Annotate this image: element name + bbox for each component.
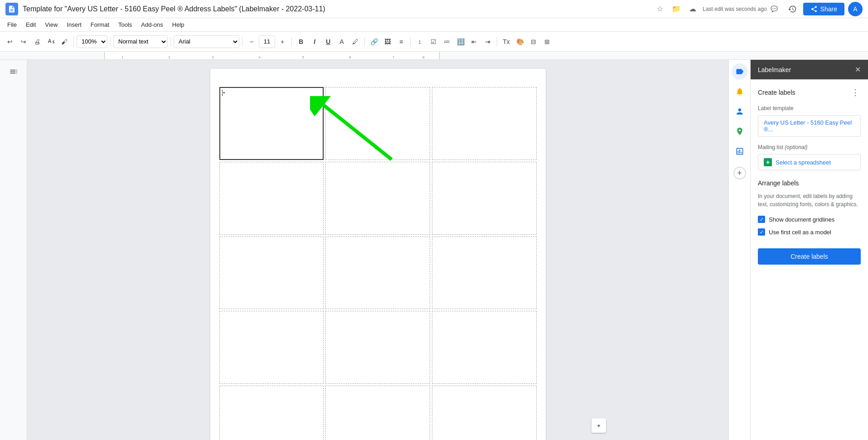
indent-increase-button[interactable]: ⇥: [481, 35, 494, 48]
labelmaker-panel: Labelmaker ✕ Create labels ⋮ Label templ…: [750, 60, 868, 440]
toolbar-separator-5: [291, 37, 292, 46]
checklist-button[interactable]: ☑: [427, 35, 440, 48]
contacts-icon[interactable]: [732, 103, 748, 120]
italic-button[interactable]: I: [308, 35, 321, 48]
increase-font-size-button[interactable]: +: [276, 35, 289, 48]
redo-button[interactable]: ↪: [17, 35, 30, 48]
clear-format-button[interactable]: Tx: [500, 35, 513, 48]
labelmaker-body: Create labels ⋮ Label template Avery US …: [751, 80, 868, 440]
notifications-icon[interactable]: [732, 83, 748, 100]
label-cell-1-3[interactable]: [432, 87, 537, 160]
label-cell-4-1[interactable]: [219, 311, 324, 384]
menu-addons[interactable]: Add-ons: [137, 20, 166, 29]
first-cell-model-checkbox[interactable]: [758, 228, 765, 236]
label-cell-4-3[interactable]: [432, 311, 537, 384]
header-right: 💬 Share A: [767, 2, 863, 16]
undo-button[interactable]: ↩: [4, 35, 16, 48]
background-color-button[interactable]: 🎨: [514, 35, 526, 48]
comment-button[interactable]: 💬: [767, 2, 781, 16]
paint-format-button[interactable]: 🖌: [58, 35, 71, 48]
menu-insert[interactable]: Insert: [63, 20, 85, 29]
create-labels-button[interactable]: Create labels: [758, 248, 861, 265]
highlight-button[interactable]: 🖊: [349, 35, 362, 48]
app-icon[interactable]: [5, 3, 18, 15]
toolbar-separator-4: [242, 37, 242, 46]
numbered-list-button[interactable]: 🔢: [454, 35, 467, 48]
bullet-list-button[interactable]: ≔: [441, 35, 453, 48]
toolbar-separator-2: [110, 37, 111, 46]
label-template-label: Label template: [758, 105, 861, 111]
labelmaker-more-button[interactable]: ⋮: [850, 87, 861, 98]
paragraph-style-selector[interactable]: Normal text Heading 1 Heading 2 Title: [113, 35, 168, 48]
font-size-input[interactable]: [259, 35, 275, 48]
table-button[interactable]: ⊞: [541, 35, 553, 48]
menu-bar: File Edit View Insert Format Tools Add-o…: [0, 18, 868, 32]
right-icons-panel: +: [728, 60, 750, 440]
label-cell-3-3[interactable]: [432, 237, 537, 309]
label-cell-1-2[interactable]: [325, 87, 430, 160]
alignment-button[interactable]: ≡: [395, 35, 407, 48]
label-template-selector[interactable]: Avery US Letter - 5160 Easy Peel ®...: [758, 115, 861, 137]
menu-view[interactable]: View: [41, 20, 61, 29]
menu-tools[interactable]: Tools: [115, 20, 136, 29]
show-gridlines-row: Show document gridlines: [758, 216, 861, 223]
document-outline-button[interactable]: [5, 63, 22, 80]
ruler: 1 2 3 4 5 6 7 8: [0, 52, 868, 60]
maps-icon[interactable]: [732, 123, 748, 140]
menu-file[interactable]: File: [4, 20, 20, 29]
font-selector[interactable]: Arial Times New Roman Verdana: [174, 35, 239, 48]
add-panel-button[interactable]: +: [733, 167, 746, 179]
insert-link-button[interactable]: 🔗: [368, 35, 380, 48]
slides-icon[interactable]: [732, 143, 748, 160]
version-history-button[interactable]: [785, 2, 800, 16]
decrease-font-size-button[interactable]: −: [245, 35, 258, 48]
show-gridlines-checkbox[interactable]: [758, 216, 765, 223]
add-page-button[interactable]: +: [592, 418, 606, 433]
text-cursor: [222, 90, 223, 96]
spellcheck-button[interactable]: [44, 35, 57, 48]
bold-button[interactable]: B: [295, 35, 307, 48]
label-cell-2-2[interactable]: [325, 162, 430, 235]
label-cell-3-2[interactable]: [325, 237, 430, 309]
user-avatar[interactable]: A: [848, 2, 863, 16]
zoom-selector[interactable]: 100% 75% 125% 150%: [77, 35, 107, 48]
borders-button[interactable]: ⊟: [527, 35, 540, 48]
menu-help[interactable]: Help: [169, 20, 188, 29]
cloud-icon[interactable]: ☁: [686, 3, 699, 15]
label-cell-4-2[interactable]: [325, 311, 430, 384]
select-spreadsheet-label: Select a spreadsheet: [776, 159, 831, 166]
toolbar-separator-1: [73, 37, 74, 46]
label-cell-5-2[interactable]: [325, 386, 430, 440]
label-cell-2-1[interactable]: [219, 162, 324, 235]
menu-edit[interactable]: Edit: [22, 20, 39, 29]
document-area[interactable]: ▪: [27, 60, 728, 440]
labelmaker-close-button[interactable]: ✕: [855, 65, 861, 74]
label-cell-3-1[interactable]: [219, 237, 324, 309]
mailing-list-label: Mailing list (optional): [758, 144, 861, 150]
line-spacing-button[interactable]: ↕: [413, 35, 426, 48]
labelmaker-header: Labelmaker ✕: [751, 60, 868, 80]
sheets-icon: [764, 158, 772, 166]
label-cell-5-3[interactable]: [432, 386, 537, 440]
folder-icon[interactable]: 📁: [670, 3, 683, 15]
select-spreadsheet-button[interactable]: Select a spreadsheet: [758, 154, 861, 170]
arrange-labels-description: In your document, edit labels by adding …: [758, 192, 861, 208]
underline-button[interactable]: U: [322, 35, 335, 48]
document-title: Template for "Avery US Letter - 5160 Eas…: [23, 5, 650, 13]
share-button[interactable]: Share: [803, 3, 844, 15]
text-color-button[interactable]: A: [335, 35, 348, 48]
labelmaker-icon[interactable]: [732, 63, 748, 80]
label-cell-2-3[interactable]: [432, 162, 537, 235]
title-actions: ☆ 📁 ☁: [654, 3, 699, 15]
create-labels-title: Create labels: [758, 89, 795, 96]
menu-format[interactable]: Format: [87, 20, 113, 29]
toolbar-separator-3: [170, 37, 171, 46]
insert-image-button[interactable]: 🖼: [381, 35, 394, 48]
indent-decrease-button[interactable]: ⇤: [468, 35, 480, 48]
label-cell-1-1[interactable]: ▪: [219, 87, 324, 160]
print-button[interactable]: 🖨: [31, 35, 44, 48]
star-icon[interactable]: ☆: [654, 3, 666, 15]
document-page: ▪: [210, 69, 546, 440]
label-cell-5-1[interactable]: [219, 386, 324, 440]
last-edit-text: Last edit was seconds ago: [703, 6, 766, 12]
